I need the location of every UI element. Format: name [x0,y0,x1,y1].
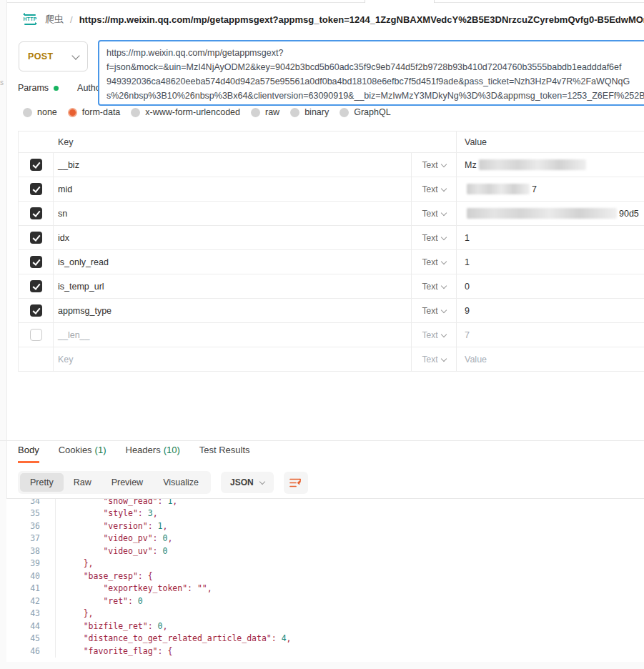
params-table: Key Value __bizTextMzmidText7snText90d5i… [18,131,644,372]
value-text: 1 [465,257,470,267]
param-type-label: Text [422,184,437,194]
param-key-field[interactable]: idx [54,226,412,249]
fold-gutter [40,520,55,532]
param-value-field[interactable]: 9 [457,299,644,322]
param-value-field[interactable]: 0 [457,274,644,298]
checkbox-checked[interactable] [30,207,42,219]
response-tab-headers[interactable]: Headers(10) [126,445,180,463]
param-row: is_only_readText1 [19,250,644,274]
body-mode-graphql[interactable]: GraphQL [340,107,390,117]
fold-gutter [40,633,55,645]
line-number: 42 [6,596,40,606]
response-tab-body[interactable]: Body [18,445,39,463]
body-mode-label: raw [265,107,279,117]
code-line: 38 "video_uv": 0 [6,545,644,558]
param-key-field[interactable]: is_only_read [54,250,412,274]
chevron-down-icon [440,282,446,288]
url-line: s%26nbsp%3B10%26nbsp%3Bx64&clientversion… [106,89,644,103]
tab-authorization[interactable]: Autho [77,83,101,93]
code-line: 41 "exportkey_token": "", [6,583,644,595]
line-number: 41 [6,583,40,593]
param-type-select[interactable]: Text [412,347,457,371]
breadcrumb-separator: / [70,14,73,25]
line-number: 45 [6,633,40,643]
line-number: 40 [6,571,40,581]
sidebar-clipped-text: s [0,79,4,86]
param-type-label: Text [422,355,437,365]
param-row-empty: KeyTextValue [19,347,644,372]
response-tab-cookies[interactable]: Cookies(1) [59,445,106,463]
arrow-left-icon [24,14,36,16]
param-value-field[interactable]: Mz [457,153,644,177]
code-line: 42 "ret": 0 [6,595,644,608]
param-row: __len__Text7 [19,323,644,347]
chevron-down-icon [440,258,446,264]
param-value-field[interactable]: Value [457,347,644,371]
body-mode-form-data[interactable]: form-data [68,107,121,117]
param-value-field[interactable]: 1 [457,250,644,274]
format-select[interactable]: JSON [221,472,274,493]
param-type-select[interactable]: Text [412,250,457,274]
param-value-field[interactable]: 7 [457,323,644,347]
checkbox-checked[interactable] [30,232,42,244]
param-value-field[interactable]: 1 [457,226,644,249]
body-mode-binary[interactable]: binary [290,107,329,117]
view-mode-preview[interactable]: Preview [101,473,153,492]
line-number: 39 [6,558,40,568]
checkbox-checked[interactable] [30,159,42,171]
checkbox-checked[interactable] [30,256,42,268]
chevron-down-icon [71,51,79,59]
param-key-field[interactable]: mid [54,177,412,201]
body-mode-none[interactable]: none [23,107,57,117]
param-key-field[interactable]: __len__ [54,323,412,347]
body-mode-label: x-www-form-urlencoded [145,107,240,117]
tab-params[interactable]: Params [18,83,59,93]
fold-gutter [40,645,55,658]
value-text: 90d5 [619,209,639,219]
param-row: appmsg_typeText9 [19,299,644,323]
wrap-lines-button[interactable] [284,472,308,494]
view-mode-pretty[interactable]: Pretty [20,473,64,492]
checkbox-unchecked[interactable] [30,329,42,341]
param-value-field[interactable]: 7 [457,177,644,201]
param-type-select[interactable]: Text [412,226,457,249]
line-number: 37 [6,533,40,543]
param-key-field[interactable]: Key [54,347,412,371]
param-key-field[interactable]: is_temp_url [54,274,412,298]
code-line: 40 "base_resp": { [6,570,644,583]
method-selector[interactable]: POST [19,41,88,71]
checkbox-checked[interactable] [30,304,42,317]
chevron-down-icon [440,307,446,312]
param-value-field[interactable]: 90d5 [457,202,644,225]
param-type-select[interactable]: Text [412,299,457,322]
section-divider [0,440,644,441]
fold-gutter [40,608,55,620]
value-text: Value [465,355,487,365]
radio-icon [23,108,32,117]
param-key-field[interactable]: __biz [54,153,412,177]
page-background [0,662,644,669]
checkbox-checked[interactable] [30,280,42,292]
body-mode-x-www-form-urlencoded[interactable]: x-www-form-urlencoded [131,107,240,117]
method-label: POST [28,51,54,61]
param-key-field[interactable]: sn [54,202,412,225]
body-mode-raw[interactable]: raw [251,107,279,117]
chevron-down-icon [440,331,446,337]
param-type-select[interactable]: Text [412,274,457,298]
param-type-select[interactable]: Text [412,202,457,225]
response-tab-test-results[interactable]: Test Results [199,445,250,463]
redacted-value [467,208,617,219]
radio-selected-icon [68,108,77,117]
checkbox-checked[interactable] [30,183,42,195]
view-mode-raw[interactable]: Raw [64,473,101,492]
view-mode-visualize[interactable]: Visualize [153,473,209,492]
fold-gutter [40,558,55,570]
param-type-select[interactable]: Text [412,153,457,177]
url-input[interactable]: https://mp.weixin.qq.com/mp/getappmsgext… [98,40,644,106]
chevron-down-icon [440,209,446,215]
param-type-select[interactable]: Text [412,177,457,201]
app-window: s HTTP 爬虫 / https://mp.weixin.qq.com/mp/… [0,0,644,669]
param-type-select[interactable]: Text [412,323,457,347]
param-key-field[interactable]: appmsg_type [54,299,412,322]
breadcrumb-collection[interactable]: 爬虫 [45,13,64,26]
